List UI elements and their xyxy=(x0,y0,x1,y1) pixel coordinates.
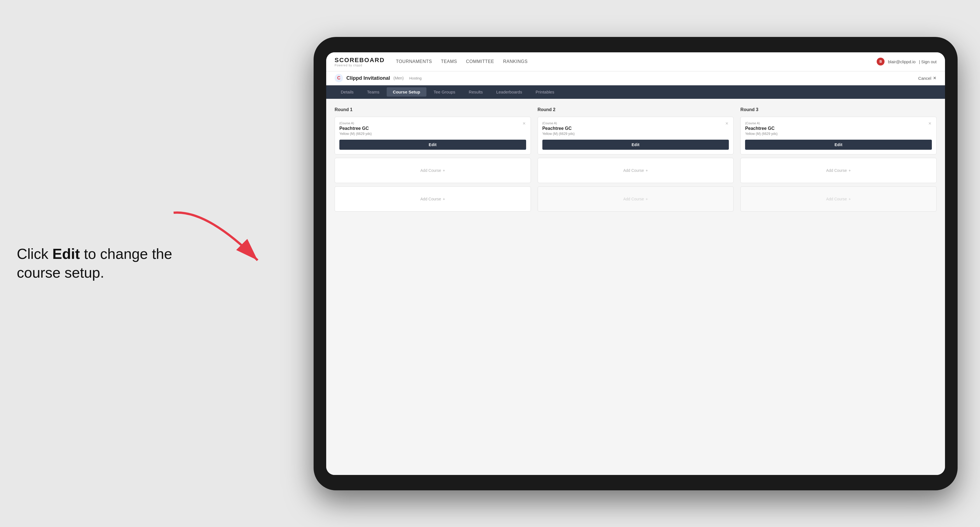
instruction-text: Click Edit to change the course setup. xyxy=(17,244,179,283)
round-1-title: Round 1 xyxy=(335,107,531,112)
round-1-course-label: (Course A) xyxy=(339,121,526,125)
round-3-course-label: (Course A) xyxy=(745,121,932,125)
instruction-bold: Edit xyxy=(52,246,80,262)
round-1-course-name: Peachtree GC xyxy=(339,126,526,131)
round-2-edit-button[interactable]: Edit xyxy=(542,140,729,150)
round-3-add-course-2: Add Course + xyxy=(740,186,937,211)
round-3-course-details: Yellow (M) (6629 yds) xyxy=(745,132,932,136)
close-icon: ✕ xyxy=(933,76,937,81)
scoreboard-logo: SCOREBOARD Powered by clippd xyxy=(335,57,385,67)
round-1-column: Round 1 ✕ (Course A) Peachtree GC Yellow… xyxy=(335,107,531,211)
cancel-button[interactable]: Cancel ✕ xyxy=(918,76,937,81)
tab-teams[interactable]: Teams xyxy=(361,87,385,97)
round-3-course-card: ✕ (Course A) Peachtree GC Yellow (M) (66… xyxy=(740,117,937,154)
rounds-grid: Round 1 ✕ (Course A) Peachtree GC Yellow… xyxy=(335,107,937,211)
round-1-course-card: ✕ (Course A) Peachtree GC Yellow (M) (66… xyxy=(335,117,531,154)
round-2-course-label: (Course A) xyxy=(542,121,729,125)
nav-item-teams[interactable]: TEAMS xyxy=(441,57,457,66)
tab-nav: Details Teams Course Setup Tee Groups Re… xyxy=(326,85,945,99)
round-2-course-card: ✕ (Course A) Peachtree GC Yellow (M) (66… xyxy=(538,117,734,154)
round-3-column: Round 3 ✕ (Course A) Peachtree GC Yellow… xyxy=(740,107,937,211)
round-2-add-course-1[interactable]: Add Course + xyxy=(538,158,734,183)
nav-left: SCOREBOARD Powered by clippd TOURNAMENTS… xyxy=(335,57,528,67)
round-3-title: Round 3 xyxy=(740,107,937,112)
round-2-add-course-2: Add Course + xyxy=(538,186,734,211)
plus-icon-2: + xyxy=(443,197,445,201)
hosting-badge: Hosting xyxy=(409,76,422,80)
tournament-header: C Clippd Invitational (Men) Hosting Canc… xyxy=(326,71,945,85)
round-3-add-course-1[interactable]: Add Course + xyxy=(740,158,937,183)
round-1-add-course-text-2: Add Course + xyxy=(420,197,445,201)
clippd-logo: C xyxy=(335,74,343,82)
round-1-delete-icon[interactable]: ✕ xyxy=(521,121,527,127)
plus-icon-3: + xyxy=(646,168,648,173)
round-2-course-name: Peachtree GC xyxy=(542,126,729,131)
scoreboard-subtitle: Powered by clippd xyxy=(335,64,385,67)
round-1-add-course-1[interactable]: Add Course + xyxy=(335,158,531,183)
sign-out-link[interactable]: | Sign out xyxy=(919,59,937,64)
round-3-add-course-text-2: Add Course + xyxy=(826,197,851,201)
round-2-add-course-text-1: Add Course + xyxy=(623,168,648,173)
instruction-part1: Click xyxy=(17,246,52,262)
round-3-edit-button[interactable]: Edit xyxy=(745,140,932,150)
plus-icon-6: + xyxy=(849,197,851,201)
tab-details[interactable]: Details xyxy=(335,87,360,97)
round-3-course-name: Peachtree GC xyxy=(745,126,932,131)
round-1-edit-button[interactable]: Edit xyxy=(339,140,526,150)
nav-items: TOURNAMENTS TEAMS COMMITTEE RANKINGS xyxy=(396,57,528,66)
round-3-add-course-text-1: Add Course + xyxy=(826,168,851,173)
user-email: blair@clippd.io xyxy=(888,59,916,64)
round-1-add-course-2[interactable]: Add Course + xyxy=(335,186,531,211)
tab-printables[interactable]: Printables xyxy=(530,87,560,97)
top-nav: SCOREBOARD Powered by clippd TOURNAMENTS… xyxy=(326,52,945,71)
round-3-delete-icon[interactable]: ✕ xyxy=(927,121,933,127)
nav-item-committee[interactable]: COMMITTEE xyxy=(466,57,494,66)
tab-tee-groups[interactable]: Tee Groups xyxy=(428,87,462,97)
tournament-gender: (Men) xyxy=(393,76,404,80)
tablet-frame: SCOREBOARD Powered by clippd TOURNAMENTS… xyxy=(313,37,958,490)
plus-icon-5: + xyxy=(849,168,851,173)
tablet-screen: SCOREBOARD Powered by clippd TOURNAMENTS… xyxy=(326,52,945,475)
main-content: Round 1 ✕ (Course A) Peachtree GC Yellow… xyxy=(326,99,945,475)
round-2-add-course-text-2: Add Course + xyxy=(623,197,648,201)
nav-item-rankings[interactable]: RANKINGS xyxy=(503,57,528,66)
tournament-name: Clippd Invitational xyxy=(346,75,390,81)
user-avatar: B xyxy=(877,58,885,65)
round-1-course-details: Yellow (M) (6629 yds) xyxy=(339,132,526,136)
tab-results[interactable]: Results xyxy=(463,87,489,97)
round-2-column: Round 2 ✕ (Course A) Peachtree GC Yellow… xyxy=(538,107,734,211)
plus-icon-4: + xyxy=(646,197,648,201)
round-2-title: Round 2 xyxy=(538,107,734,112)
scoreboard-title: SCOREBOARD xyxy=(335,57,385,64)
round-2-delete-icon[interactable]: ✕ xyxy=(724,121,730,127)
tournament-info: C Clippd Invitational (Men) Hosting xyxy=(335,74,422,82)
round-2-course-details: Yellow (M) (6629 yds) xyxy=(542,132,729,136)
round-1-add-course-text-1: Add Course + xyxy=(420,168,445,173)
nav-right: B blair@clippd.io | Sign out xyxy=(877,58,937,65)
tab-leaderboards[interactable]: Leaderboards xyxy=(490,87,528,97)
plus-icon-1: + xyxy=(443,168,445,173)
tab-course-setup[interactable]: Course Setup xyxy=(387,87,426,97)
nav-item-tournaments[interactable]: TOURNAMENTS xyxy=(396,57,432,66)
